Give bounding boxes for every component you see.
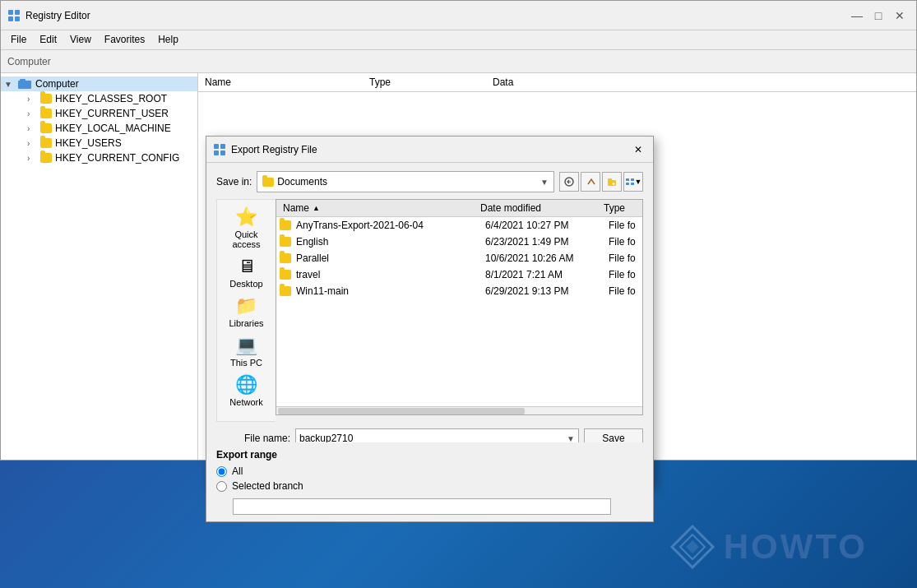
svg-rect-16: [631, 178, 634, 181]
nav-libraries[interactable]: 📁 Libraries: [220, 292, 274, 331]
svg-rect-8: [214, 150, 219, 155]
view-options-button[interactable]: ▼: [623, 172, 643, 192]
file-name: English: [296, 236, 328, 248]
tree-item-hklm[interactable]: › HKEY_LOCAL_MACHINE: [1, 121, 197, 136]
svg-rect-12: [608, 178, 612, 181]
tree-label-hkcc: HKEY_CURRENT_CONFIG: [55, 152, 179, 164]
tree-item-hkcc[interactable]: › HKEY_CURRENT_CONFIG: [1, 150, 197, 165]
file-row[interactable]: travel 8/1/2021 7:21 AM File fo: [276, 266, 642, 283]
file-folder-icon: [280, 286, 291, 296]
libraries-label: Libraries: [229, 318, 263, 328]
tree-item-hkcu[interactable]: › HKEY_CURRENT_USER: [1, 106, 197, 121]
dialog-icon: [213, 143, 226, 156]
menu-view[interactable]: View: [63, 32, 98, 48]
all-radio-button[interactable]: [216, 466, 227, 477]
network-label: Network: [229, 397, 262, 407]
network-icon: 🌐: [235, 374, 257, 396]
minimize-button[interactable]: —: [847, 6, 867, 25]
file-type: File fo: [609, 220, 639, 231]
arrow-hkcc: ›: [27, 154, 40, 163]
file-name: Parallel: [296, 252, 329, 264]
tree-label-hku: HKEY_USERS: [55, 137, 122, 149]
tree-label-hkcu: HKEY_CURRENT_USER: [55, 108, 169, 119]
svg-rect-0: [8, 10, 13, 15]
name-sort-arrow: ▲: [313, 204, 320, 212]
folder-icon-hkcu: [40, 109, 52, 118]
toolbar-buttons: ▼: [559, 172, 643, 192]
save-in-select[interactable]: Documents ▼: [257, 171, 554, 192]
selected-branch-label: Selected branch: [232, 480, 303, 492]
dialog-title-bar: Export Registry File ✕: [206, 137, 653, 163]
file-row[interactable]: AnyTrans-Export-2021-06-04 6/4/2021 10:2…: [276, 217, 642, 234]
save-in-folder-icon: [262, 178, 274, 187]
computer-icon: [17, 78, 32, 90]
dialog-title: Export Registry File: [231, 144, 630, 155]
svg-rect-18: [631, 183, 634, 185]
file-type: File fo: [609, 236, 639, 248]
date-col-label: Date modified: [480, 202, 541, 214]
address-value: Computer: [7, 56, 51, 67]
nav-desktop[interactable]: 🖥 Desktop: [220, 252, 274, 292]
new-folder-button[interactable]: [602, 172, 622, 192]
file-name-cell: English: [280, 236, 485, 248]
svg-rect-17: [626, 183, 629, 185]
export-range-section: Export range All Selected branch: [206, 442, 654, 522]
tree-item-hku[interactable]: › HKEY_USERS: [1, 136, 197, 150]
scrollbar-thumb: [278, 408, 525, 414]
menu-edit[interactable]: Edit: [33, 32, 63, 48]
maximize-button[interactable]: □: [868, 6, 888, 25]
nav-quick-access[interactable]: ⭐ Quick access: [220, 203, 274, 252]
file-folder-icon: [280, 220, 291, 230]
tree-label-hkcr: HKEY_CLASSES_ROOT: [55, 93, 167, 104]
svg-rect-3: [15, 16, 20, 21]
export-dialog: Export Registry File ✕ Save in: Document…: [206, 136, 654, 487]
file-list-container: Name ▲ Date modified Type An: [276, 199, 643, 415]
close-button[interactable]: ✕: [890, 6, 910, 25]
tree-label-hklm: HKEY_LOCAL_MACHINE: [55, 123, 171, 134]
file-row[interactable]: English 6/23/2021 1:49 PM File fo: [276, 234, 642, 250]
tree-item-hkcr[interactable]: › HKEY_CLASSES_ROOT: [1, 91, 197, 106]
name-sort-header[interactable]: Name ▲: [280, 200, 477, 216]
selected-branch-radio-button[interactable]: [216, 481, 227, 492]
file-date: 8/1/2021 7:21 AM: [485, 269, 609, 280]
file-folder-icon: [280, 237, 291, 247]
menu-favorites[interactable]: Favorites: [98, 32, 151, 48]
desktop-icon: 🖥: [238, 256, 256, 277]
col-type-header: Type: [369, 76, 493, 88]
menu-file[interactable]: File: [4, 32, 33, 48]
tree-computer-label: Computer: [35, 78, 79, 90]
file-folder-icon: [280, 253, 291, 263]
menu-bar: File Edit View Favorites Help: [1, 30, 916, 50]
date-sort-header[interactable]: Date modified: [477, 200, 600, 216]
svg-rect-11: [608, 180, 616, 186]
svg-rect-7: [220, 144, 225, 149]
logo-icon: [668, 522, 717, 572]
tree-computer[interactable]: ▼ Computer: [1, 76, 197, 91]
nav-network[interactable]: 🌐 Network: [220, 371, 274, 410]
name-col-label: Name: [283, 202, 309, 214]
all-radio-row: All: [216, 465, 643, 477]
file-type: File fo: [609, 285, 639, 297]
branch-input[interactable]: [233, 498, 611, 515]
menu-help[interactable]: Help: [151, 32, 185, 48]
svg-rect-9: [220, 150, 225, 155]
nav-back-button[interactable]: [559, 172, 579, 192]
nav-sidebar: ⭐ Quick access 🖥 Desktop 📁 Libraries 💻 T…: [216, 199, 276, 422]
col-name-header: Name: [205, 76, 369, 88]
folder-icon-hkcc: [40, 153, 52, 163]
quick-access-label: Quick access: [223, 229, 271, 249]
horizontal-scrollbar[interactable]: [276, 406, 642, 414]
file-name-dropdown-arrow: ▼: [567, 434, 575, 443]
dialog-close-button[interactable]: ✕: [630, 141, 646, 158]
svg-marker-21: [686, 540, 699, 553]
window-controls: — □ ✕: [847, 6, 910, 25]
export-range-title: Export range: [216, 449, 643, 461]
file-name: Win11-main: [296, 285, 349, 297]
file-row[interactable]: Parallel 10/6/2021 10:26 AM File fo: [276, 250, 642, 266]
window-title: Registry Editor: [25, 10, 847, 21]
type-sort-header[interactable]: Type: [600, 200, 639, 216]
file-row[interactable]: Win11-main 6/29/2021 9:13 PM File fo: [276, 283, 642, 299]
file-type: File fo: [609, 252, 639, 264]
nav-up-button[interactable]: [581, 172, 600, 192]
nav-this-pc[interactable]: 💻 This PC: [220, 331, 274, 371]
